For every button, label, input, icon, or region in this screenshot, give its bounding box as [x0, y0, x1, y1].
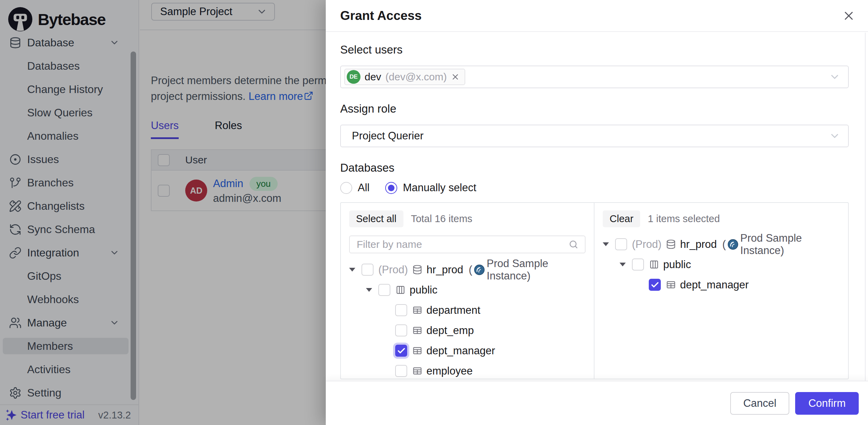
radio-circle — [340, 182, 352, 194]
select-all-button[interactable]: Select all — [349, 210, 403, 227]
chevron-down-icon — [829, 71, 841, 83]
node-name: department — [426, 304, 480, 317]
node-name: public — [663, 259, 691, 271]
total-items-label: Total 16 items — [411, 213, 472, 225]
grant-access-dialog: Grant Access Select users DE dev (dev@x.… — [326, 0, 868, 425]
node-name: dept_emp — [426, 324, 474, 337]
environment-label: (Prod) — [632, 238, 661, 251]
target-panel: Clear 1 items selected (Prod)hr_prod(Pro… — [594, 203, 848, 379]
tree-node-dept_manager[interactable]: dept_manager — [594, 275, 848, 295]
node-name: hr_prod — [426, 264, 463, 276]
caret-down-icon[interactable] — [349, 268, 355, 272]
select-users-label: Select users — [340, 43, 849, 57]
dialog-footer: Cancel Confirm — [326, 381, 868, 425]
table-icon — [412, 325, 423, 336]
table-icon — [412, 366, 423, 376]
instance-label: Prod Sample Instance) — [740, 232, 848, 257]
tree-node-public[interactable]: public — [341, 280, 594, 300]
node-name: hr_prod — [680, 238, 717, 251]
search-icon — [568, 239, 579, 250]
radio-all[interactable]: All — [340, 182, 369, 194]
checkbox[interactable] — [615, 238, 627, 250]
environment-label: (Prod) — [378, 264, 408, 276]
checkbox[interactable] — [395, 304, 407, 316]
schema-icon — [395, 285, 406, 295]
checkbox-checked[interactable] — [395, 345, 407, 357]
table-icon — [412, 345, 423, 356]
node-name: dept_manager — [680, 279, 749, 291]
chevron-down-icon — [829, 130, 841, 142]
node-name: public — [410, 284, 437, 296]
filter-placeholder: Filter by name — [357, 239, 422, 250]
chip-user-email: (dev@x.com) — [385, 71, 447, 83]
dialog-title: Grant Access — [340, 9, 422, 23]
checkbox[interactable] — [395, 365, 407, 377]
assign-role-select[interactable]: Project Querier — [340, 125, 849, 147]
table-icon — [666, 279, 676, 290]
tree-node-employee[interactable]: employee — [341, 361, 594, 379]
caret-down-icon[interactable] — [366, 288, 372, 292]
confirm-button[interactable]: Confirm — [795, 392, 859, 415]
tree-node-hr_prod[interactable]: (Prod)hr_prod(Prod Sample Instance) — [341, 260, 594, 280]
selected-count-label: 1 items selected — [648, 213, 720, 225]
checkbox-checked[interactable] — [649, 279, 661, 291]
clear-button[interactable]: Clear — [603, 210, 640, 227]
dialog-header: Grant Access — [326, 0, 868, 32]
dialog-scrollbar[interactable] — [865, 33, 866, 381]
tree-node-dept_manager[interactable]: dept_manager — [341, 341, 594, 361]
remove-user-icon[interactable] — [451, 72, 460, 81]
cancel-button[interactable]: Cancel — [730, 392, 790, 415]
dialog-body: Select users DE dev (dev@x.com) Assign r… — [326, 33, 868, 381]
databases-radio-group: All Manually select — [340, 182, 849, 194]
assign-role-label: Assign role — [340, 102, 849, 116]
checkbox[interactable] — [395, 324, 407, 336]
postgresql-icon — [727, 239, 739, 250]
tree-node-public[interactable]: public — [594, 254, 848, 275]
schema-icon — [649, 259, 659, 270]
avatar: DE — [347, 70, 360, 84]
database-icon — [666, 239, 676, 250]
tree-node-department[interactable]: department — [341, 300, 594, 320]
source-tree: (Prod)hr_prod(Prod Sample Instance)publi… — [341, 260, 594, 379]
role-value: Project Querier — [344, 130, 423, 142]
databases-label: Databases — [340, 161, 849, 175]
select-users-field[interactable]: DE dev (dev@x.com) — [340, 66, 849, 88]
checkbox[interactable] — [361, 264, 374, 276]
checkbox[interactable] — [632, 259, 644, 271]
caret-down-icon[interactable] — [603, 242, 609, 246]
instance-label: Prod Sample Instance) — [487, 257, 594, 282]
postgresql-icon — [474, 264, 485, 276]
chip-user-name: dev — [365, 71, 381, 83]
tree-node-hr_prod[interactable]: (Prod)hr_prod(Prod Sample Instance) — [594, 234, 848, 254]
target-tree: (Prod)hr_prod(Prod Sample Instance)publi… — [594, 234, 848, 295]
database-transfer: Select all Total 16 items Filter by name… — [340, 202, 849, 379]
caret-down-icon[interactable] — [620, 263, 626, 266]
checkbox[interactable] — [378, 284, 390, 296]
node-name: dept_manager — [426, 345, 495, 357]
source-panel: Select all Total 16 items Filter by name… — [341, 203, 594, 379]
tree-node-dept_emp[interactable]: dept_emp — [341, 320, 594, 341]
table-icon — [412, 305, 423, 315]
node-name: employee — [426, 365, 472, 377]
radio-manually-select[interactable]: Manually select — [385, 182, 476, 194]
user-chip: DE dev (dev@x.com) — [344, 69, 465, 85]
screen: Bytebase DatabaseDatabasesChange History… — [0, 0, 868, 425]
radio-circle-checked — [385, 182, 397, 194]
close-icon[interactable] — [842, 9, 856, 23]
filter-input[interactable]: Filter by name — [349, 236, 586, 253]
database-icon — [412, 264, 423, 275]
